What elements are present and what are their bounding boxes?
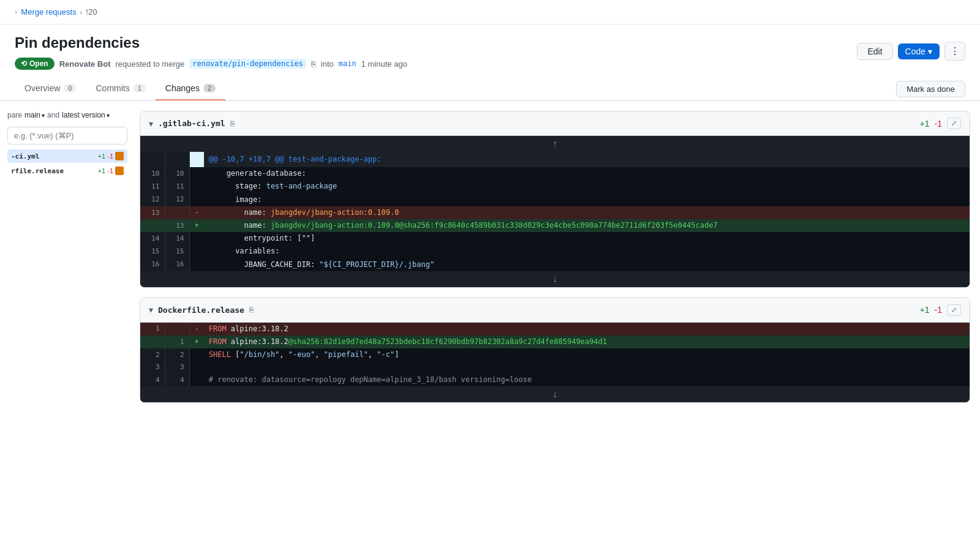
scroll-down-button-1[interactable]: ↓ [552,389,557,400]
scroll-down-button-0[interactable]: ↓ [552,274,557,285]
diff-line-0-3: 14 14 entrypoint: [""] [140,232,970,245]
chevron-down-icon: ▾ [928,47,932,56]
breadcrumb-merge-requests[interactable]: Merge requests [21,7,76,17]
file-removed-0: -1 [935,119,942,129]
copy-branch-icon[interactable]: ⎘ [311,59,316,69]
diff-line-0-added: 13 + name: jbangdev/jbang-action:0.109.0… [140,219,970,232]
diff-line-0-2: 12 12 image: [140,193,970,206]
file-list: -ci.yml +1 -1 rfile.release +1 -1 [7,149,127,178]
timestamp: 1 minute ago [361,59,407,69]
added-count-0: +1 [98,152,106,160]
breadcrumb-sep: › [80,9,83,16]
expand-file-button-1[interactable]: ⤢ [947,304,961,316]
scroll-up-button-0[interactable]: ↑ [552,138,557,149]
diff-line-0-0: 10 10 generate-database: [140,167,970,180]
compare-target-select[interactable]: latest version ▾ [62,111,110,119]
collapse-button-0[interactable]: ▾ [149,119,153,129]
file-panel-header-1: ▾ Dockerfile.release ⎘ +1 -1 ⤢ [140,298,970,323]
mr-meta: ⟲ Open Renovate Bot requested to merge r… [15,58,965,70]
tab-overview[interactable]: Overview 0 [15,77,86,100]
diff-line-1-4: 4 4 # renovate: datasource=repology depN… [140,373,970,386]
file-panel-0: ▾ .gitlab-ci.yml ⎘ +1 -1 ⤢ ↑ [140,111,970,288]
expand-file-button-0[interactable]: ⤢ [947,118,961,129]
chevron-down-icon: ▾ [107,112,110,119]
collapse-button-1[interactable]: ▾ [149,305,153,315]
file-panel-header-0: ▾ .gitlab-ci.yml ⎘ +1 -1 ⤢ [140,111,970,136]
diff-table-0: @@ -10,7 +10,7 @@ test-and-package-app: … [140,152,970,271]
added-count-1: +1 [98,167,106,174]
diff-line-0-4: 15 15 variables: [140,245,970,258]
file-changes-0: +1 -1 [98,152,124,160]
mark-done-button[interactable]: Mark as done [896,81,965,97]
diff-line-1-2: 2 2 SHELL ["/bin/sh", "-euo", "pipefail"… [140,348,970,361]
commits-count: 1 [134,84,146,92]
page-header: Pin dependencies ⟲ Open Renovate Bot req… [0,24,980,70]
chevron-down-icon: ▾ [42,112,45,119]
page-title: Pin dependencies [15,34,965,51]
file-title-1: Dockerfile.release [158,305,244,315]
hunk-header-0: @@ -10,7 +10,7 @@ test-and-package-app: [140,152,970,167]
diff-nav-top-0: ↑ [140,136,970,152]
diff-line-1-removed: 1 - FROM alpine:3.18.2 [140,323,970,335]
main-content: ▾ .gitlab-ci.yml ⎘ +1 -1 ⤢ ↑ [135,111,980,413]
and-text: and [47,111,59,119]
content-area: pare main ▾ and latest version ▾ -ci.yml… [0,101,980,422]
author-name: Renovate Bot [59,59,111,69]
file-panel-actions-1: +1 -1 ⤢ [920,304,961,316]
removed-count-1: -1 [107,167,113,174]
sidebar-file-item-1[interactable]: rfile.release +1 -1 [7,164,127,178]
file-added-1: +1 [920,305,930,315]
file-removed-1: -1 [935,305,942,315]
diff-line-1-added: 1 + FROM alpine:3.18.2@sha256:82d1e9d7ed… [140,335,970,348]
tab-commits[interactable]: Commits 1 [86,77,155,100]
source-branch[interactable]: renovate/pin-dependencies [189,59,306,69]
file-panel-1: ▾ Dockerfile.release ⎘ +1 -1 ⤢ 1 [140,298,970,403]
breadcrumb: › Merge requests › !20 [0,0,980,24]
diff-line-1-3: 3 3 [140,361,970,373]
breadcrumb-chevron: › [15,7,17,17]
diff-nav-bottom-0: ↓ [140,271,970,287]
diff-nav-bottom-1: ↓ [140,386,970,402]
file-name-1: rfile.release [11,167,64,175]
breadcrumb-mr-number: !20 [86,7,97,17]
file-changes-1: +1 -1 [98,167,124,175]
file-status-icon-1 [115,167,124,175]
tabs-bar: Overview 0 Commits 1 Changes 2 Mark as d… [0,77,980,101]
removed-count-0: -1 [107,152,113,160]
file-name-0: -ci.yml [11,152,39,160]
file-status-icon-0 [115,152,124,160]
more-actions-button[interactable]: ⋮ [944,42,965,61]
changes-count: 2 [203,84,216,92]
diff-content-1: 1 - FROM alpine:3.18.2 1 + FROM alpine:3… [140,323,970,402]
overview-count: 0 [64,84,76,92]
sidebar: pare main ▾ and latest version ▾ -ci.yml… [0,111,135,413]
diff-line-0-1: 11 11 stage: test-and-package [140,180,970,193]
compare-base-select[interactable]: main ▾ [24,111,45,119]
copy-path-button-1[interactable]: ⎘ [249,305,254,314]
compare-text: pare [7,111,22,119]
file-added-0: +1 [920,119,930,129]
target-branch[interactable]: main [339,59,356,68]
tab-changes[interactable]: Changes 2 [156,77,225,100]
file-panel-actions-0: +1 -1 ⤢ [920,118,961,129]
diff-content-0: ↑ @@ -10,7 +10,7 @@ test-and-package-app… [140,136,970,287]
action-text: requested to merge [115,59,184,69]
code-button[interactable]: Code ▾ [898,43,940,59]
diff-table-1: 1 - FROM alpine:3.18.2 1 + FROM alpine:3… [140,323,970,386]
diff-line-0-5: 16 16 JBANG_CACHE_DIR: "${CI_PROJECT_DIR… [140,258,970,271]
file-title-0: .gitlab-ci.yml [158,119,225,128]
open-icon: ⟲ [21,59,27,68]
file-search-input[interactable] [7,127,127,144]
header-actions: Edit Code ▾ ⋮ [857,42,965,61]
diff-line-0-removed: 13 - name: jbangdev/jbang-action:0.109.0 [140,206,970,219]
status-badge: ⟲ Open [15,58,55,70]
edit-button[interactable]: Edit [857,43,892,60]
sidebar-file-item-0[interactable]: -ci.yml +1 -1 [7,149,127,163]
into-text: into [321,59,334,69]
compare-bar: pare main ▾ and latest version ▾ [7,111,127,119]
copy-path-button-0[interactable]: ⎘ [230,119,235,128]
